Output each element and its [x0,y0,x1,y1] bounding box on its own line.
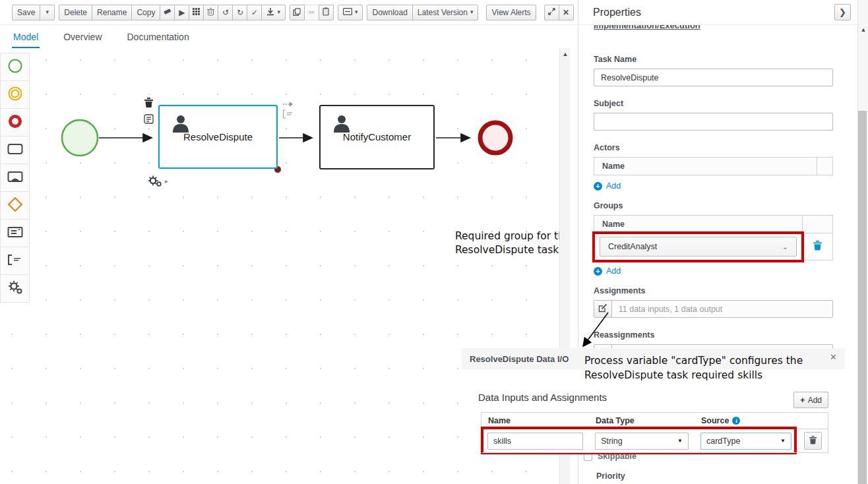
eraser-button[interactable] [160,5,175,20]
rename-button[interactable]: Rename [92,5,132,20]
shape-palette [0,53,30,303]
palette-subprocess[interactable] [0,164,30,192]
redo-icon: ↻ [237,9,243,16]
actors-name-header: Name [594,158,817,175]
palette-end-event[interactable] [0,108,30,136]
dialog-title: ResolveDispute Data I/O [470,354,569,364]
actors-add-link[interactable]: + Add [594,181,833,191]
palette-gateway[interactable] [0,191,30,220]
intermediate-event-icon [7,86,23,104]
end-event-node[interactable] [480,123,511,153]
group-select[interactable]: CreditAnalyst ⌄ [600,237,797,257]
delete-button[interactable]: Delete [59,5,92,20]
create-connection-icon[interactable] [283,99,294,109]
text-annotation-icon [7,254,23,268]
tab-model[interactable]: Model [12,28,40,48]
end-event-icon [7,113,23,132]
info-icon[interactable]: i [732,417,740,425]
assignments-edit-button[interactable] [594,300,612,318]
properties-body: Implementation/Execution Task Name Subje… [578,25,857,362]
process-designer: Save ▾ Delete Rename Copy ▶ ↺ ↻ ✓ ▾ ✂ ▾ … [0,0,868,484]
duplicate-icon [293,8,301,17]
task-name-input[interactable] [594,69,833,86]
tab-documentation[interactable]: Documentation [126,28,191,48]
latest-version-dropdown[interactable]: Latest Version▾ [412,5,479,20]
assignments-summary-input[interactable] [612,300,833,318]
clear-button[interactable] [203,5,218,20]
trash-icon [809,436,817,446]
input-name-field[interactable] [487,433,583,450]
gateway-icon [7,197,23,215]
groups-row: CreditAnalyst ⌄ [594,233,832,260]
fullscreen-button[interactable] [544,5,559,20]
play-icon: ▶ [179,9,185,16]
close-editor-button[interactable]: ✕ [559,5,574,20]
paste-button[interactable] [319,5,334,20]
edit-form-icon[interactable] [144,114,154,126]
view-alerts-button[interactable]: View Alerts [486,5,536,20]
delete-group-icon[interactable] [813,241,822,253]
task-resolve-dispute[interactable]: ResolveDispute [158,105,278,169]
palette-intermediate-event[interactable] [0,80,30,109]
text-annotation-mini-icon[interactable] [282,109,294,121]
column-datatype-header: Data Type [589,413,695,429]
palette-task[interactable] [0,136,30,164]
dropdown-arrow-icon: ▼ [780,438,786,444]
scrollbar-thumb[interactable] [858,111,867,484]
close-icon: ✕ [563,9,569,16]
task-label: ResolveDispute [160,131,276,142]
business-rule-icon [7,226,23,241]
palette-business-rule[interactable] [0,219,30,247]
plus-circle-icon: + [594,182,602,191]
morph-gears-icon[interactable] [148,175,162,189]
actors-action-column [817,158,832,175]
export-button[interactable]: ▾ [261,5,286,20]
editor-toolbar: Save ▾ Delete Rename Copy ▶ ↺ ↻ ✓ ▾ ✂ ▾ … [0,0,578,25]
groups-add-link[interactable]: + Add [594,266,833,276]
task-icon [7,143,23,158]
palette-start-event[interactable] [0,53,30,81]
task-notify-customer[interactable]: NotifyCustomer [319,105,435,169]
run-button[interactable]: ▶ [174,5,189,20]
task-name-label: Task Name [594,55,833,64]
caret-down-icon: ▾ [277,9,280,15]
palette-text-annotation[interactable] [0,247,30,275]
caret-down-icon: ▾ [470,9,474,15]
caret-down-icon: ▾ [355,9,358,15]
cut-button[interactable]: ✂ [304,5,319,20]
properties-title: Properties [593,7,641,18]
palette-service-tasks[interactable] [0,274,30,303]
subprocess-icon [7,171,23,185]
undo-button[interactable]: ↺ [218,5,233,20]
trash-icon [207,8,214,17]
form-generation-button[interactable]: ▾ [338,5,363,20]
save-button[interactable]: Save [12,5,40,20]
download-button[interactable]: Download [367,5,412,20]
datatype-select[interactable]: String▼ [595,433,689,450]
validate-button[interactable]: ✓ [247,5,262,20]
save-menu-button[interactable]: ▾ [40,5,55,20]
source-select[interactable]: cardType▼ [700,433,791,450]
data-inputs-heading: Data Inputs and Assignments [478,392,607,403]
redo-button[interactable]: ↻ [232,5,247,20]
expand-morph-icon[interactable]: ▸ [165,178,168,185]
dropdown-arrow-icon: ▼ [677,438,683,444]
duplicate-button[interactable] [290,5,305,20]
scroll-up-icon[interactable]: ▲ [561,51,569,57]
task-label: NotifyCustomer [321,131,433,142]
copy-button[interactable]: Copy [131,5,160,20]
delete-node-icon[interactable] [144,97,154,110]
assignments-row [594,300,833,318]
groups-table: Name CreditAnalyst ⌄ [594,215,833,260]
scroll-up-icon[interactable]: ▲ [859,26,867,33]
dialog-add-button[interactable]: +Add [793,392,828,408]
grid-button[interactable] [189,5,204,20]
edit-icon [598,303,607,315]
tab-overview[interactable]: Overview [62,28,103,48]
collapse-panel-button[interactable]: ❯ [834,4,851,20]
delete-row-button[interactable] [804,432,822,450]
data-input-row: String▼ cardType▼ [481,429,828,452]
subject-input[interactable] [594,113,833,131]
start-event-node[interactable] [62,120,98,156]
plus-circle-icon: + [594,267,602,276]
